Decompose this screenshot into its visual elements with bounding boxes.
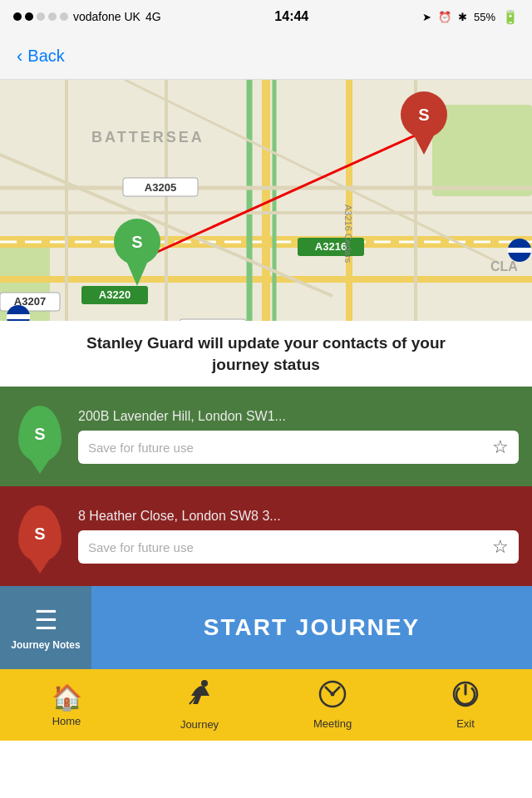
status-right: ➤ ⏰ ✱ 55% 🔋 [422, 9, 519, 25]
info-text: Stanley Guard will update your contacts … [0, 321, 532, 387]
tab-home-label: Home [52, 715, 81, 727]
back-chevron-icon: ‹ [17, 47, 22, 66]
info-line2: journey status [212, 356, 320, 373]
status-bar: vodafone UK 4G 14:44 ➤ ⏰ ✱ 55% 🔋 [0, 0, 532, 33]
dest-star-icon[interactable]: ☆ [492, 536, 509, 558]
dest-pin-label: S [34, 525, 45, 544]
origin-pin-shape: S [18, 406, 62, 462]
map-area: A3205 A3216 A3220 A3207 A3036 BATTERSEA … [0, 80, 532, 321]
battery-icon: 🔋 [502, 9, 519, 25]
svg-rect-25 [180, 319, 246, 321]
exit-icon [451, 680, 480, 714]
origin-address: 200B Lavender Hill, London SW1... [78, 409, 519, 424]
dest-save-placeholder: Save for future use [88, 540, 492, 554]
back-button[interactable]: ‹ Back [17, 47, 65, 66]
dest-save-row[interactable]: Save for future use ☆ [78, 530, 519, 564]
tab-exit-label: Exit [456, 717, 475, 730]
destination-block: S 8 Heather Close, London SW8 3... Save … [0, 486, 532, 586]
back-label: Back [27, 47, 64, 66]
info-line1: Stanley Guard will update your contacts … [86, 334, 446, 352]
origin-star-icon[interactable]: ☆ [492, 436, 509, 458]
svg-point-46 [331, 692, 335, 697]
dest-pin-shape: S [18, 505, 62, 562]
svg-text:CLA: CLA [490, 259, 518, 273]
start-journey-button[interactable]: START JOURNEY [91, 586, 532, 669]
svg-text:A3220: A3220 [99, 288, 131, 301]
origin-info: 200B Lavender Hill, London SW1... Save f… [78, 409, 519, 464]
tab-journey-label: Journey [180, 718, 219, 731]
svg-text:BATTERSEA: BATTERSEA [91, 129, 204, 145]
battery-label: 55% [474, 11, 495, 23]
svg-rect-1 [432, 105, 532, 196]
status-left: vodafone UK 4G [13, 10, 161, 23]
origin-save-row[interactable]: Save for future use ☆ [78, 431, 519, 464]
status-time: 14:44 [274, 9, 308, 24]
origin-pin-icon: S [13, 403, 66, 470]
alarm-icon: ⏰ [438, 11, 451, 23]
svg-point-42 [201, 680, 208, 687]
tab-meeting-label: Meeting [313, 717, 352, 730]
dest-info: 8 Heather Close, London SW8 3... Save fo… [78, 509, 519, 564]
dot-3 [37, 12, 45, 21]
carrier-label: vodafone UK [73, 10, 140, 23]
svg-text:A3205: A3205 [145, 181, 176, 194]
origin-save-placeholder: Save for future use [88, 441, 492, 455]
dest-pin-icon: S [13, 503, 66, 569]
notes-icon: ☰ [34, 604, 58, 636]
tab-home[interactable]: 🏠 Home [0, 669, 133, 741]
tab-meeting[interactable]: Meeting [266, 669, 399, 741]
tab-bar: 🏠 Home Journey Meeting [0, 669, 532, 741]
journey-icon [186, 679, 213, 715]
home-icon: 🏠 [52, 682, 82, 712]
origin-block: S 200B Lavender Hill, London SW1... Save… [0, 387, 532, 486]
map-svg: A3205 A3216 A3220 A3207 A3036 BATTERSEA … [0, 80, 532, 321]
svg-text:A3216 Cedars: A3216 Cedars [343, 204, 353, 264]
network-label: 4G [145, 10, 161, 23]
notes-label: Journey Notes [11, 639, 80, 651]
meeting-icon [318, 680, 347, 714]
svg-text:S: S [131, 233, 142, 251]
start-label: START JOURNEY [204, 614, 420, 641]
origin-pin-label: S [34, 425, 45, 444]
location-icon: ➤ [422, 11, 431, 23]
svg-text:A3216: A3216 [315, 240, 347, 253]
tab-journey[interactable]: Journey [133, 669, 266, 741]
svg-rect-39 [7, 314, 30, 319]
nav-bar: ‹ Back [0, 33, 532, 80]
dot-1 [13, 12, 22, 21]
tab-exit[interactable]: Exit [399, 669, 532, 741]
svg-text:S: S [418, 106, 429, 124]
dot-2 [25, 12, 33, 21]
dot-5 [60, 12, 68, 21]
dest-address: 8 Heather Close, London SW8 3... [78, 509, 519, 524]
dot-4 [48, 12, 57, 21]
svg-rect-41 [508, 248, 531, 253]
signal-dots [13, 12, 68, 21]
bluetooth-icon: ✱ [458, 11, 467, 23]
journey-notes-button[interactable]: ☰ Journey Notes [0, 586, 91, 669]
action-row: ☰ Journey Notes START JOURNEY [0, 586, 532, 669]
